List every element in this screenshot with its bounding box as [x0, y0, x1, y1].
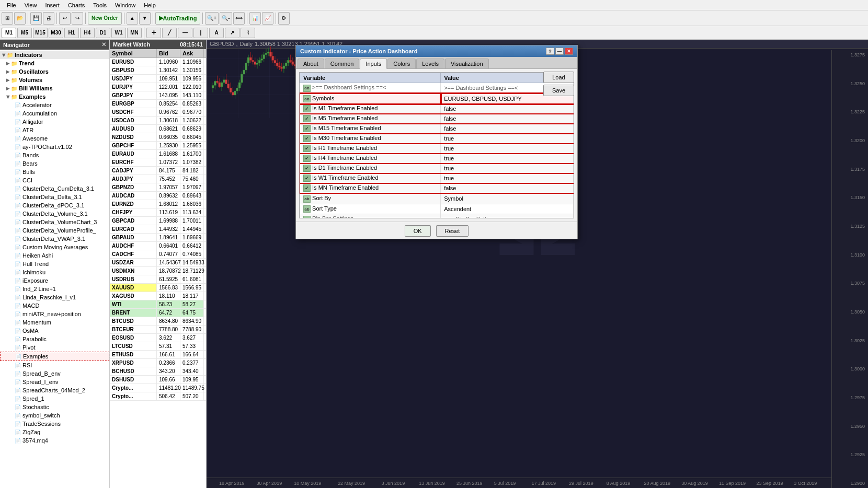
nav-item-price-action[interactable]: 📄 Examples [0, 352, 109, 361]
market-row[interactable]: USDJPY 109.951 109.956 [110, 75, 206, 83]
market-row[interactable]: DSHUSD 109.66 109.95 [110, 376, 206, 384]
nav-item-3574[interactable]: 📄 3574.mq4 [0, 436, 109, 445]
nav-item-cci[interactable]: 📄 CCI [0, 176, 109, 184]
nav-indicators-root[interactable]: ▶ 📁 Indicators [0, 51, 109, 59]
market-row[interactable]: CHFJPY 113.619 113.634 [110, 208, 206, 217]
zoom-in-button[interactable]: 🔍+ [205, 12, 219, 25]
text-button[interactable]: A [209, 28, 224, 38]
market-row[interactable]: GBPCHF 1.25930 1.25955 [110, 142, 206, 150]
nav-section-oscillators[interactable]: ▶ 📁 Oscillators [0, 67, 109, 76]
market-row[interactable]: ETHUSD 166.61 166.64 [110, 351, 206, 359]
save-button[interactable]: Save [543, 85, 574, 96]
nav-item-bears[interactable]: 📄 Bears [0, 159, 109, 168]
buy-button[interactable]: ▲ [127, 12, 138, 25]
fib-button[interactable]: ⌇ [241, 28, 255, 38]
nav-item-alligator[interactable]: 📄 Alligator [0, 118, 109, 126]
input-row[interactable]: ✓ Is H1 Timeframe Enabled true [300, 144, 574, 154]
market-row[interactable]: Crypto... 11481.20 11489.75 [110, 384, 206, 392]
market-row[interactable]: GBPNZD 1.97057 1.97097 [110, 183, 206, 192]
nav-item-cd-delta[interactable]: 📄 ClusterDelta_Delta_3.1 [0, 193, 109, 201]
nav-item-ind2line[interactable]: 📄 Ind_2 Line+1 [0, 285, 109, 293]
input-row[interactable]: ✓ Is M30 Timeframe Enabled true [300, 134, 574, 144]
market-row[interactable]: USDCHF 0.96762 0.96770 [110, 108, 206, 117]
tf-m15[interactable]: M15 [33, 28, 48, 38]
market-row[interactable]: USDZAR 14.54367 14.54933 [110, 259, 206, 267]
nav-item-iexposure[interactable]: 📄 iExposure [0, 276, 109, 285]
nav-item-pivot[interactable]: 📄 Pivot [0, 343, 109, 352]
menu-view[interactable]: View [20, 2, 41, 8]
print-button[interactable]: 🖨 [43, 12, 54, 25]
nav-item-spreadcharts[interactable]: 📄 SpreadCharts_04Mod_2 [0, 386, 109, 394]
market-row[interactable]: AUDJPY 75.452 75.460 [110, 175, 206, 183]
market-row[interactable]: AUDUSD 0.68621 0.68629 [110, 125, 206, 133]
settings-button[interactable]: ⚙ [278, 12, 290, 25]
menu-help[interactable]: Help [140, 2, 160, 8]
tf-w1[interactable]: W1 [111, 28, 126, 38]
navigator-close[interactable]: ✕ [101, 41, 106, 48]
market-row[interactable]: EURAUD 1.61688 1.61700 [110, 150, 206, 158]
market-row[interactable]: EURCAD 1.44932 1.44945 [110, 225, 206, 234]
new-order-button[interactable]: New Order [88, 12, 122, 25]
market-row[interactable]: XRPUSD 0.2366 0.2377 [110, 359, 206, 367]
tab-common[interactable]: Common [325, 59, 360, 68]
save-button[interactable]: 💾 [30, 12, 42, 25]
market-row[interactable]: EURGBP 0.85254 0.85263 [110, 100, 206, 108]
market-row[interactable]: XAUUSD 1566.83 1566.95 [110, 284, 206, 292]
nav-item-symbol-switch[interactable]: 📄 symbol_switch [0, 411, 109, 420]
undo-button[interactable]: ↩ [59, 12, 71, 25]
reset-button[interactable]: Reset [436, 225, 469, 237]
chart-area[interactable]: GBPUSD , Daily 1.30058 1.30213 1.29951 1… [207, 40, 868, 488]
tab-about[interactable]: About [298, 59, 324, 68]
redo-button[interactable]: ↪ [72, 12, 83, 25]
tf-mn[interactable]: MN [127, 28, 142, 38]
nav-item-cd-volumechart[interactable]: 📄 ClusterDelta_VolumeChart_3 [0, 218, 109, 226]
dialog-help-button[interactable]: ? [546, 48, 554, 55]
market-row[interactable]: USDRUB 61.5925 61.6081 [110, 275, 206, 284]
nav-item-spread-i[interactable]: 📄 Spread_I_env [0, 378, 109, 386]
menu-file[interactable]: File [3, 2, 20, 8]
input-row[interactable]: ab Sort Type Ascendent [300, 204, 574, 214]
input-row[interactable]: ✓ Is D1 Timeframe Enabled true [300, 164, 574, 173]
menu-window[interactable]: Window [111, 2, 140, 8]
market-row[interactable]: XAGUSD 18.110 18.117 [110, 292, 206, 300]
nav-item-tpochart[interactable]: 📄 ay-TPOChart.v1.02 [0, 143, 109, 151]
input-row[interactable]: ab Pin Bar Settings === Pin Bar Settings… [300, 214, 574, 219]
nav-item-cd-cumdelta[interactable]: 📄 ClusterDelta_CumDelta_3.1 [0, 184, 109, 193]
nav-item-bulls[interactable]: 📄 Bulls [0, 168, 109, 176]
input-row[interactable]: ✓ Is M15 Timeframe Enabled false [300, 124, 574, 134]
nav-item-bands[interactable]: 📄 Bands [0, 151, 109, 159]
market-row[interactable]: Crypto... 506.42 507.20 [110, 392, 206, 401]
chart-shift-button[interactable]: ⟺ [233, 12, 245, 25]
nav-item-macd[interactable]: 📄 MACD [0, 301, 109, 310]
tf-h1[interactable]: H1 [64, 28, 79, 38]
load-button[interactable]: Load [543, 72, 574, 83]
market-row[interactable]: WTI 58.23 58.27 [110, 300, 206, 309]
new-button[interactable]: ⊞ [2, 12, 13, 25]
input-row[interactable]: ab Symbols EURUSD, GBPUSD, USDJPY [300, 94, 574, 104]
tf-m5[interactable]: M5 [17, 28, 32, 38]
market-row[interactable]: LTCUSD 57.31 57.33 [110, 342, 206, 351]
nav-item-cd-dpoc[interactable]: 📄 ClusterDelta_dPOC_3.1 [0, 201, 109, 210]
market-row[interactable]: BCHUSD 343.20 343.40 [110, 367, 206, 376]
market-row[interactable]: EURJPY 122.001 122.010 [110, 83, 206, 91]
nav-section-volumes[interactable]: ▶ 📁 Volumes [0, 76, 109, 84]
nav-item-parabolic[interactable]: 📄 Parabolic [0, 335, 109, 343]
dialog-minimize-button[interactable]: — [555, 48, 564, 55]
nav-item-miniatr[interactable]: 📄 miniATR_new+position [0, 310, 109, 318]
vline-button[interactable]: | [193, 28, 208, 38]
crosshair-button[interactable]: ✛ [146, 28, 161, 38]
input-row[interactable]: ab Sort By Symbol [300, 193, 574, 204]
market-row[interactable]: AUDCHF 0.66401 0.66412 [110, 242, 206, 250]
market-row[interactable]: USDCAD 1.30618 1.30622 [110, 117, 206, 125]
nav-item-zigzag[interactable]: 📄 ZigZag [0, 428, 109, 436]
arrow-button[interactable]: ↗ [225, 28, 239, 38]
autotrading-button[interactable]: ▶ AutoTrading [155, 12, 201, 25]
market-row[interactable]: EOSUSD 3.622 3.627 [110, 334, 206, 342]
zoom-out-button[interactable]: 🔍- [220, 12, 232, 25]
menu-charts[interactable]: Charts [64, 2, 89, 8]
nav-item-cd-volumeprofile[interactable]: 📄 ClusterDelta_VolumeProfile_ [0, 226, 109, 235]
tf-d1[interactable]: D1 [96, 28, 110, 38]
nav-item-stochastic[interactable]: 📄 Stochastic [0, 403, 109, 411]
nav-item-tradesessions[interactable]: 📄 TradeSessions [0, 420, 109, 428]
input-row[interactable]: ✓ Is M1 Timeframe Enabled false [300, 104, 574, 114]
